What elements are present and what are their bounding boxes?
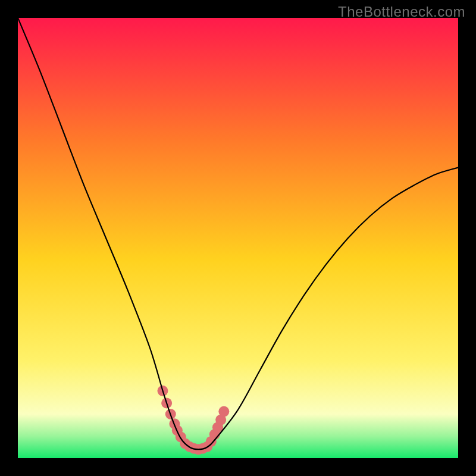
highlight-dot: [218, 406, 229, 417]
attribution-text: TheBottleneck.com: [338, 4, 465, 20]
chart-svg: [18, 18, 458, 458]
chart-frame: TheBottleneck.com: [0, 0, 476, 476]
plot-area: [18, 18, 458, 458]
highlight-dots: [157, 386, 229, 455]
bottleneck-curve-path: [18, 18, 458, 449]
